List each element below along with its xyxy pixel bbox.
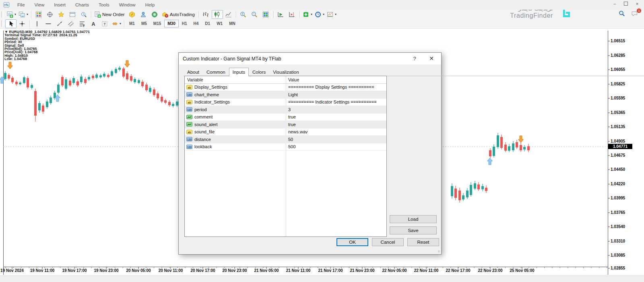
restore-button[interactable] — [623, 1, 629, 7]
tab-about[interactable]: About — [184, 68, 203, 76]
table-row[interactable]: 123lookback500 — [185, 143, 386, 151]
new-order-button[interactable]: New Order — [93, 10, 127, 19]
reset-button[interactable]: Reset — [407, 238, 439, 246]
table-row[interactable]: 123chart_themeLight — [185, 91, 386, 99]
toolbar-grip[interactable] — [1, 11, 4, 18]
timeframe-m30[interactable]: M30 — [164, 20, 178, 27]
variable-value[interactable]: 3 — [288, 107, 291, 112]
table-row[interactable]: commenttrue — [185, 114, 386, 121]
new-chart-button[interactable]: ▾ — [5, 10, 17, 19]
metaeditor-button[interactable] — [127, 10, 138, 19]
dialog-help-button[interactable]: ? — [407, 53, 423, 64]
timeframe-mn[interactable]: MN — [226, 20, 239, 27]
close-button[interactable]: × — [634, 1, 640, 7]
periods-button[interactable]: ▾ — [314, 10, 326, 19]
menu-help[interactable]: Help — [140, 1, 160, 9]
resize-grip[interactable]: ⠿ — [438, 250, 440, 253]
variable-value[interactable]: ========== Display Settings ========== — [288, 85, 374, 89]
table-row[interactable]: 123period3 — [185, 106, 386, 114]
search-icon[interactable] — [618, 10, 625, 17]
expert-advisor-button[interactable] — [138, 10, 149, 19]
autotrading-button[interactable]: AutoTrading — [161, 10, 197, 19]
templates-button[interactable]: ▾ — [326, 10, 338, 19]
channel-button[interactable] — [65, 19, 76, 28]
tab-visualization[interactable]: Visualization — [269, 68, 302, 76]
tab-common[interactable]: Common — [203, 68, 229, 76]
save-button[interactable]: Save — [390, 226, 437, 234]
variable-value[interactable]: true — [288, 122, 296, 127]
data-window-button[interactable] — [44, 10, 56, 19]
string-type-icon: ab — [186, 100, 192, 104]
variable-value[interactable]: ========== Indicator Settings ========== — [288, 100, 377, 104]
zoom-in-button[interactable] — [238, 10, 249, 19]
brand-latin-text: TradingFinder — [510, 12, 553, 19]
variable-value[interactable]: news.wav — [288, 129, 308, 134]
menu-charts[interactable]: Charts — [70, 1, 94, 9]
time-axis-label: 19 Nov 11:00 — [26, 268, 58, 273]
candlestick-button[interactable] — [212, 10, 223, 19]
menu-tools[interactable]: Tools — [94, 1, 114, 9]
current-price-tag: 1.04771 — [608, 144, 632, 149]
timeframe-d1[interactable]: D1 — [202, 20, 213, 27]
ok-button[interactable]: OK — [336, 238, 368, 246]
variable-value[interactable]: Light — [288, 92, 298, 97]
timeframe-h4[interactable]: H4 — [190, 20, 202, 27]
time-axis-label: 25 Nov 05:00 — [506, 268, 538, 273]
timeframe-m15[interactable]: M15 — [150, 20, 164, 27]
dialog-tabs: AboutCommonInputsColorsVisualization — [184, 68, 441, 76]
indicators-button[interactable]: ▾ — [301, 10, 314, 19]
sound-button[interactable] — [149, 10, 161, 19]
menu-file[interactable]: File — [12, 1, 30, 9]
market-watch-button[interactable] — [33, 10, 44, 19]
minimize-button[interactable]: − — [612, 1, 617, 7]
horizontal-line-button[interactable] — [43, 19, 54, 28]
table-row[interactable]: sound_alerttrue — [185, 121, 386, 129]
timeframe-m5[interactable]: M5 — [138, 20, 150, 27]
text-label-button[interactable]: T — [99, 19, 110, 28]
zoom-out-button[interactable] — [249, 10, 260, 19]
number-type-icon: 123 — [186, 107, 192, 112]
variable-value[interactable]: true — [288, 114, 296, 119]
vertical-line-button[interactable] — [31, 19, 43, 28]
table-row[interactable]: absound_filenews.wav — [185, 129, 386, 136]
navigator-button[interactable] — [56, 10, 67, 19]
trendline-button[interactable] — [54, 19, 65, 28]
notifications-button[interactable]: 1 — [631, 10, 638, 17]
profiles-button[interactable]: ▾ — [17, 10, 29, 19]
timeframe-w1[interactable]: W1 — [213, 20, 226, 27]
tile-windows-button[interactable] — [260, 10, 272, 19]
menu-insert[interactable]: Insert — [49, 1, 70, 9]
shapes-icon — [111, 21, 118, 27]
load-button[interactable]: Load — [390, 215, 437, 223]
cancel-button[interactable]: Cancel — [372, 238, 404, 246]
price-axis-label: 1.03540 — [611, 224, 625, 229]
variable-value[interactable]: 500 — [288, 144, 295, 149]
tab-colors[interactable]: Colors — [249, 68, 269, 76]
timeframe-m1[interactable]: M1 — [126, 20, 138, 27]
menu-view[interactable]: View — [30, 1, 50, 9]
crosshair-button[interactable] — [17, 19, 28, 28]
chart-shift-button[interactable] — [287, 10, 298, 19]
fibonacci-button[interactable]: F — [76, 19, 88, 28]
toolbar-grip[interactable] — [1, 21, 4, 27]
variable-value[interactable]: 50 — [288, 137, 293, 142]
dialog-close-button[interactable]: ✕ — [423, 53, 440, 64]
terminal-button[interactable] — [67, 10, 78, 19]
tab-inputs[interactable]: Inputs — [229, 68, 249, 77]
line-chart-button[interactable] — [223, 10, 234, 19]
menu-window[interactable]: Window — [114, 1, 140, 9]
variable-name: chart_theme — [194, 92, 219, 97]
table-row[interactable]: abDisplay_Settings========== Display Set… — [185, 84, 386, 91]
table-row[interactable]: 123distance50 — [185, 136, 386, 143]
auto-scroll-button[interactable] — [275, 10, 287, 19]
cursor-button[interactable] — [5, 19, 17, 28]
time-axis-label: 19 Nov 23:00 — [90, 268, 122, 273]
text-button[interactable]: A — [88, 19, 99, 28]
table-row[interactable]: abIndicator_Settings========== Indicator… — [185, 99, 386, 106]
shapes-button[interactable]: ▾ — [110, 19, 122, 28]
dialog-titlebar[interactable]: Custom Indicator - Gann Signal MT4 by TF… — [179, 53, 441, 64]
strategy-tester-button[interactable] — [78, 10, 89, 19]
svg-text:F: F — [83, 24, 85, 27]
bar-chart-button[interactable] — [200, 10, 212, 19]
timeframe-h1[interactable]: H1 — [179, 20, 190, 27]
